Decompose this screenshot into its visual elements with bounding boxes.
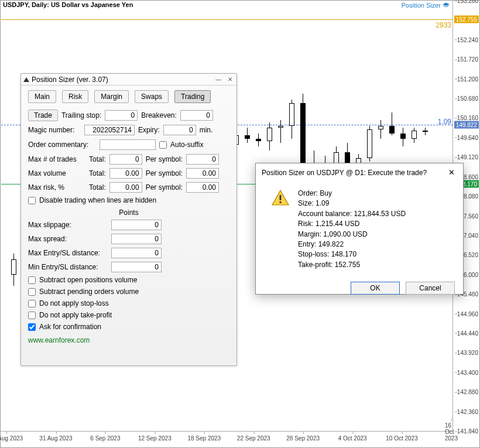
- max-volume-ps-input[interactable]: [186, 168, 219, 179]
- min-entry-sl-input[interactable]: [111, 262, 162, 272]
- position-sizer-panel[interactable]: Position Sizer (ver. 3.07) — ✕ Main Risk…: [20, 73, 237, 366]
- disable-trading-checkbox[interactable]: [28, 197, 36, 204]
- y-tick: 143.400: [457, 369, 478, 375]
- tp-line[interactable]: [1, 19, 452, 20]
- candle: [367, 126, 372, 162]
- subtract-pending-label: Subtract pending orders volume: [39, 288, 139, 296]
- expiry-input[interactable]: [163, 125, 196, 135]
- y-tick: 151.200: [457, 76, 478, 82]
- max-risk-ps-input[interactable]: [186, 182, 219, 193]
- dialog-sl: Stop-loss: 148.170: [298, 249, 406, 259]
- auto-suffix-checkbox[interactable]: [159, 141, 167, 149]
- max-slippage-label: Max slippage:: [28, 221, 108, 229]
- y-tick: 150.680: [457, 95, 478, 102]
- max-trades-label: Max # of trades: [28, 155, 85, 163]
- dialog-title: Position Sizer on USDJPY @ D1: Execute t…: [262, 169, 427, 177]
- min-entry-sl-label: Min Entry/SL distance:: [28, 263, 108, 271]
- candle: [400, 128, 406, 146]
- max-spread-input[interactable]: [111, 234, 162, 244]
- trailing-stop-input[interactable]: [105, 110, 138, 121]
- breakeven-label: Breakeven:: [141, 111, 177, 119]
- tab-risk[interactable]: Risk: [62, 90, 88, 103]
- dialog-entry: Entry: 149.822: [298, 240, 406, 249]
- order-comm-label: Order commentary:: [28, 141, 96, 149]
- max-risk-label: Max risk, %: [28, 183, 85, 191]
- panel-titlebar[interactable]: Position Sizer (ver. 3.07) — ✕: [21, 74, 236, 86]
- candle: [412, 128, 417, 143]
- max-trades-total-input[interactable]: [109, 154, 142, 165]
- graduation-cap-icon: [442, 2, 450, 8]
- max-risk-total-input[interactable]: [109, 182, 142, 193]
- earnforex-link[interactable]: www.earnforex.com: [28, 333, 90, 344]
- x-tick: 28 Sep 2023: [286, 435, 320, 442]
- entry-price-tag: 149.822: [454, 121, 479, 129]
- x-tick: 6 Sep 2023: [90, 435, 120, 442]
- ok-button[interactable]: OK: [351, 282, 400, 295]
- subtract-open-checkbox[interactable]: [28, 276, 36, 284]
- tab-main[interactable]: Main: [28, 90, 56, 103]
- magic-input[interactable]: [84, 125, 135, 135]
- trade-button[interactable]: Trade: [28, 110, 58, 121]
- x-tick: 31 Aug 2023: [39, 435, 72, 442]
- total-label-2: Total:: [89, 169, 106, 177]
- candle: [256, 134, 261, 146]
- minimize-button[interactable]: —: [214, 76, 222, 83]
- svg-rect-1: [280, 201, 282, 203]
- dialog-risk: Risk: 1,215.44 USD: [298, 219, 406, 229]
- y-tick: 153.280: [457, 0, 478, 4]
- tab-trading[interactable]: Trading: [174, 90, 211, 103]
- order-comm-input[interactable]: [100, 139, 156, 150]
- x-tick: 10 Oct 2023: [386, 435, 417, 442]
- ask-confirm-label: Ask for confirmation: [39, 323, 101, 331]
- x-tick: 22 Sep 2023: [237, 435, 270, 442]
- x-tick: 25 Aug 2023: [0, 435, 23, 442]
- no-tp-checkbox[interactable]: [28, 312, 36, 319]
- y-tick: 149.640: [457, 134, 478, 141]
- cancel-button[interactable]: Cancel: [406, 282, 455, 295]
- dialog-margin: Margin: 1,090.00 USD: [298, 230, 406, 240]
- candle: [245, 128, 250, 143]
- max-trades-ps-input[interactable]: [186, 154, 219, 165]
- candle: [267, 122, 272, 151]
- close-button[interactable]: ✕: [226, 76, 234, 83]
- max-spread-label: Max spread:: [28, 235, 108, 243]
- max-volume-total-input[interactable]: [109, 168, 142, 179]
- triangle-icon: [23, 77, 29, 82]
- dialog-size: Size: 1.09: [298, 199, 406, 208]
- ask-confirm-checkbox[interactable]: [28, 323, 36, 331]
- per-symbol-label: Per symbol:: [146, 155, 183, 163]
- expiry-unit: min.: [200, 126, 213, 134]
- x-tick: 16 Oct 2023: [445, 422, 458, 442]
- subtract-open-label: Subtract open positions volume: [39, 276, 137, 284]
- no-sl-checkbox[interactable]: [28, 300, 36, 307]
- tab-swaps[interactable]: Swaps: [135, 90, 169, 103]
- dialog-close-icon[interactable]: ✕: [445, 167, 458, 178]
- y-tick: 144.960: [457, 310, 478, 317]
- no-tp-label: Do not apply take-profit: [39, 311, 112, 319]
- y-tick: 152.240: [457, 36, 478, 43]
- max-entry-sl-input[interactable]: [111, 248, 162, 258]
- per-symbol-label-3: Per symbol:: [146, 183, 183, 191]
- tab-margin[interactable]: Margin: [94, 90, 129, 103]
- candle: [389, 112, 395, 135]
- auto-suffix-label: Auto-suffix: [170, 141, 203, 149]
- expiry-label: Expiry:: [138, 126, 160, 134]
- y-tick: 142.880: [457, 389, 478, 395]
- trailing-stop-label: Trailing stop:: [61, 111, 101, 119]
- candle: [278, 120, 283, 143]
- total-label: Total:: [89, 155, 106, 163]
- max-slippage-input[interactable]: [111, 220, 162, 230]
- subtract-pending-checkbox[interactable]: [28, 288, 36, 296]
- disable-trading-label: Disable trading when lines are hidden: [39, 196, 156, 204]
- x-tick: 18 Sep 2023: [187, 435, 221, 442]
- confirm-trade-dialog: Position Sizer on USDJPY @ D1: Execute t…: [255, 163, 464, 295]
- no-sl-label: Do not apply stop-loss: [39, 299, 109, 307]
- breakeven-input[interactable]: [180, 110, 213, 121]
- y-tick: 142.360: [457, 408, 478, 415]
- candle: [423, 128, 428, 135]
- points-header: Points: [28, 206, 229, 218]
- magic-label: Magic number:: [28, 126, 81, 134]
- y-tick: 144.440: [457, 330, 478, 336]
- max-volume-label: Max volume: [28, 169, 85, 177]
- dialog-message: Order: Buy Size: 1.09 Account balance: 1…: [298, 189, 406, 270]
